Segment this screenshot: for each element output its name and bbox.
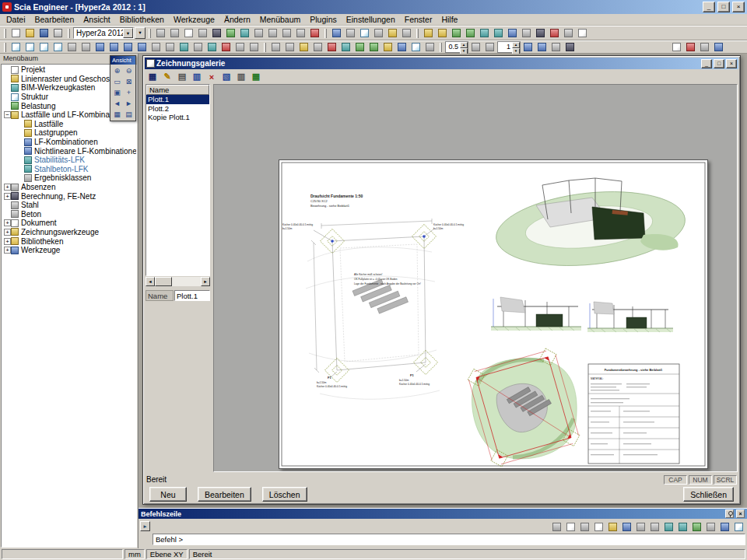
selection-icon[interactable] [386, 27, 399, 39]
paste-icon[interactable] [196, 27, 209, 39]
zoom-window-icon[interactable]: ▭ [111, 76, 123, 87]
zoom-out-icon[interactable] [23, 41, 37, 53]
redo-icon[interactable] [168, 27, 181, 39]
previous-view-icon[interactable]: ◄ [111, 98, 123, 109]
visibility-icon[interactable] [358, 27, 371, 39]
toolbar-grip[interactable] [264, 43, 266, 52]
storey-icon[interactable] [436, 27, 449, 39]
coordinates-relative-icon[interactable] [676, 521, 689, 533]
tree-expander-icon[interactable] [17, 166, 24, 173]
clipping-box-icon[interactable] [372, 27, 385, 39]
step-spinner[interactable]: 1 ▲▼ [497, 41, 521, 53]
scroll-right-icon[interactable]: ► [201, 277, 210, 286]
measure-icon[interactable] [690, 521, 703, 533]
help-icon[interactable] [712, 41, 725, 53]
pin-icon[interactable] [725, 509, 734, 518]
render-mode-icon[interactable] [339, 41, 352, 53]
view-settings-icon[interactable]: ▤ [123, 109, 135, 120]
ortho-icon[interactable] [634, 521, 647, 533]
tree-expander-icon[interactable]: + [4, 247, 11, 254]
dock-window-icon[interactable] [550, 521, 563, 533]
gallery-close-button[interactable]: × [726, 59, 737, 68]
close-view-icon[interactable] [684, 41, 697, 53]
zoom-all-icon[interactable] [37, 41, 51, 53]
dock-grip[interactable]: ► [140, 520, 153, 548]
print-plot-icon[interactable]: ▥ [234, 71, 248, 83]
tree-item[interactable]: Beton [2, 210, 136, 219]
show-loads-icon[interactable] [219, 41, 233, 53]
scale-spinner[interactable]: 0.5 ▲▼ [445, 41, 468, 53]
view-z-icon[interactable] [121, 41, 135, 53]
zoom-in-icon[interactable]: ⊕ [111, 65, 123, 76]
list-header-name[interactable]: Name [146, 85, 209, 95]
plane-indicator[interactable]: Ebene XY [146, 549, 188, 559]
check-structure-icon[interactable] [224, 27, 237, 39]
menu-item[interactable]: Menübaum [255, 15, 306, 24]
show-reinforcement-icon[interactable] [367, 41, 381, 53]
numbering-icon[interactable] [549, 41, 563, 53]
rotate-view-icon[interactable] [79, 41, 93, 53]
maximize-button[interactable]: □ [717, 2, 730, 12]
tree-expander-icon[interactable]: − [4, 111, 11, 118]
open-project-icon[interactable] [23, 27, 37, 39]
calculation-icon[interactable] [534, 27, 547, 39]
tree-item[interactable]: + Bibliotheken [2, 236, 136, 246]
copy-plot-icon[interactable]: ▥ [190, 71, 204, 83]
move-icon[interactable] [252, 27, 265, 39]
zoom-window-icon[interactable] [51, 41, 65, 53]
new-view-icon[interactable] [670, 41, 683, 53]
tree-item[interactable]: LF-Kombinationen [2, 138, 136, 147]
calculator-icon[interactable] [704, 521, 717, 533]
show-results-icon[interactable] [353, 41, 366, 53]
hidden-lines-icon[interactable] [191, 41, 205, 53]
new-project-icon[interactable] [9, 27, 23, 39]
undo-icon[interactable] [154, 27, 167, 39]
tree-expander-icon[interactable]: + [4, 238, 11, 245]
combo-dropdown-icon[interactable]: ▼ [123, 28, 133, 38]
display-settings-icon[interactable] [563, 41, 577, 53]
export-plot-icon[interactable]: ▦ [249, 71, 263, 83]
clear-command-icon[interactable] [578, 521, 591, 533]
wireframe-icon[interactable] [163, 41, 177, 53]
tree-expander-icon[interactable] [4, 93, 11, 100]
tree-expander-icon[interactable]: + [4, 193, 11, 200]
tree-expander-icon[interactable] [17, 138, 24, 145]
tree-expander-icon[interactable] [17, 156, 24, 163]
tree-item[interactable]: Stahl [2, 201, 136, 210]
delete-icon[interactable] [308, 27, 321, 39]
toolbar-grip[interactable] [149, 29, 151, 38]
pan-icon[interactable] [65, 41, 79, 53]
rotate-icon[interactable] [266, 27, 279, 39]
menu-item[interactable]: Bearbeiten [30, 15, 79, 24]
new-plot-icon[interactable]: ▤ [175, 71, 189, 83]
toolbar-grip[interactable] [416, 29, 419, 38]
tree-expander-icon[interactable] [4, 103, 11, 110]
tree-item[interactable]: + Zeichnungswerkzeuge [2, 228, 136, 237]
gallery-titlebar[interactable]: Zeichnungsgalerie _ □ × [145, 58, 738, 69]
connect-members-icon[interactable] [238, 27, 251, 39]
menu-item[interactable]: Einstellungen [342, 15, 400, 24]
schliessen-button[interactable]: Schließen [683, 487, 734, 502]
spin-up-icon[interactable]: ▲ [512, 42, 520, 48]
project-combo[interactable]: Hyper2a 2012 ▼ [73, 27, 134, 39]
filter-icon[interactable] [400, 27, 413, 39]
deformation-scale-icon[interactable] [535, 41, 549, 53]
polar-tracking-icon[interactable] [648, 521, 661, 533]
menu-item[interactable]: Hilfe [437, 15, 462, 24]
next-view-icon[interactable]: ► [123, 98, 135, 109]
view-x-icon[interactable] [93, 41, 107, 53]
neu-button[interactable]: Neu [149, 487, 187, 502]
tree-expander-icon[interactable] [17, 121, 24, 128]
close-button[interactable]: × [732, 2, 745, 12]
concrete-tool-icon[interactable] [562, 27, 575, 39]
units-indicator[interactable]: mm [124, 549, 145, 559]
show-supports-icon[interactable] [205, 41, 219, 53]
save-project-icon[interactable] [37, 27, 51, 39]
menu-item[interactable]: Bibliotheken [115, 15, 169, 24]
minimize-button[interactable]: _ [703, 2, 715, 12]
menu-item[interactable]: Plugins [305, 15, 341, 24]
line-grid-icon[interactable] [422, 27, 435, 39]
show-labels-icon[interactable] [233, 41, 247, 53]
view-y-icon[interactable] [107, 41, 121, 53]
tree-expander-icon[interactable] [4, 75, 11, 82]
